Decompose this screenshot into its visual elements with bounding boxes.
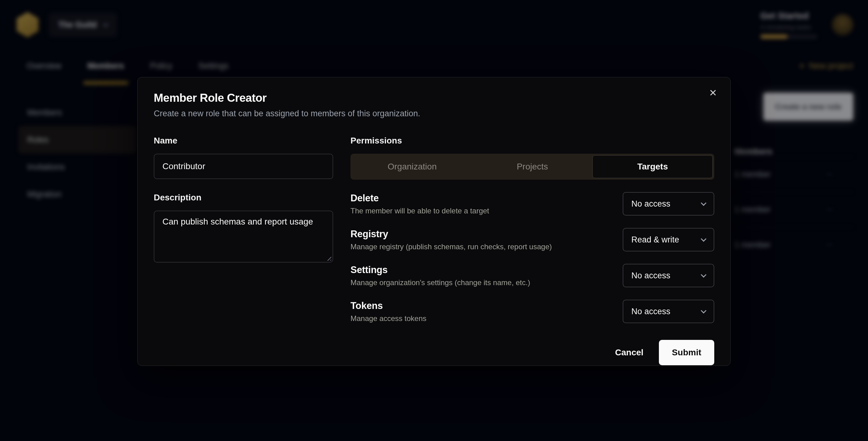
permission-description: Manage access tokens [350,314,426,323]
permissions-label: Permissions [350,136,714,146]
permissions-tabbar: Organization Projects Targets [350,154,714,180]
permission-row-registry: Registry Manage registry (publish schema… [350,228,714,251]
permission-description: Manage organization's settings (change i… [350,278,530,287]
permissions-tab-projects[interactable]: Projects [472,155,593,178]
member-role-creator-dialog: ✕ Member Role Creator Create a new role … [137,77,731,366]
chevron-down-icon [701,272,706,277]
permission-row-delete: Delete The member will be able to delete… [350,192,714,216]
chevron-down-icon [701,200,706,206]
submit-button[interactable]: Submit [659,340,714,365]
role-description-textarea[interactable]: Can publish schemas and report usage [154,211,333,262]
permission-description: The member will be able to delete a targ… [350,207,489,215]
registry-access-select[interactable]: Read & write [623,228,714,251]
permission-title: Tokens [350,300,426,311]
select-value: No access [631,307,670,316]
permissions-tab-organization[interactable]: Organization [352,155,472,178]
close-icon[interactable]: ✕ [706,86,720,100]
app-window: The Guild Get Started 4 remaining tasks … [0,0,868,441]
settings-access-select[interactable]: No access [623,264,714,287]
role-name-input[interactable] [154,154,333,179]
permission-description: Manage registry (publish schemas, run ch… [350,243,552,251]
permission-title: Registry [350,228,552,240]
name-label: Name [154,136,333,146]
dialog-title: Member Role Creator [154,92,714,104]
permissions-tab-targets[interactable]: Targets [592,155,713,178]
permission-row-tokens: Tokens Manage access tokens No access [350,300,714,323]
permission-title: Delete [350,193,489,204]
select-value: No access [631,271,670,281]
tokens-access-select[interactable]: No access [623,300,714,323]
select-value: Read & write [631,235,679,245]
description-label: Description [154,193,333,202]
chevron-down-icon [701,308,706,313]
dialog-subtitle: Create a new role that can be assigned t… [154,109,714,119]
permission-row-settings: Settings Manage organization's settings … [350,264,714,287]
permission-title: Settings [350,264,530,276]
delete-access-select[interactable]: No access [623,192,714,216]
cancel-button[interactable]: Cancel [604,340,654,365]
select-value: No access [631,199,670,209]
chevron-down-icon [701,236,706,242]
